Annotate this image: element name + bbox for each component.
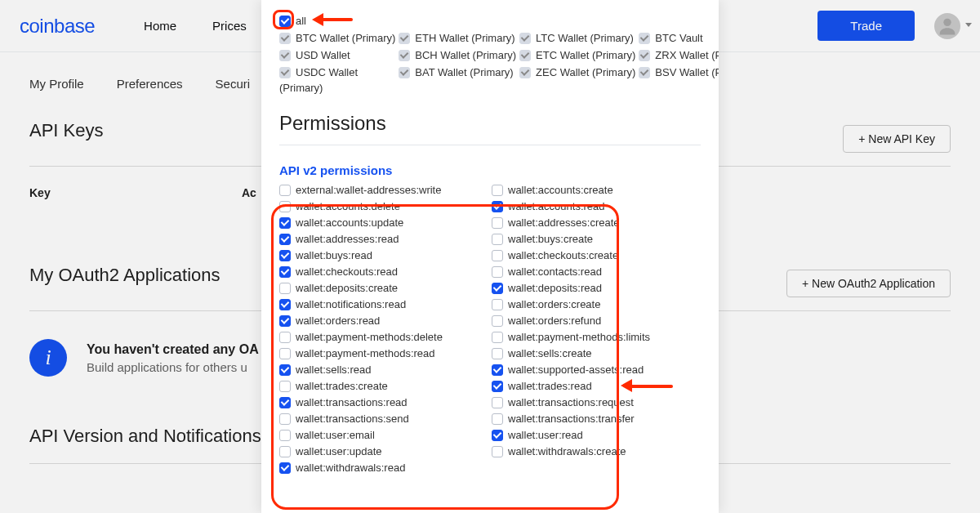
wallet-item[interactable]: BTC Vault	[639, 32, 719, 44]
permission-checkbox[interactable]	[279, 364, 291, 376]
wallet-checkbox[interactable]	[519, 33, 531, 44]
permission-checkbox[interactable]	[492, 283, 503, 294]
logo[interactable]: coinbase	[20, 15, 95, 38]
permission-item[interactable]: wallet:checkouts:read	[279, 265, 488, 278]
wallet-checkbox[interactable]	[279, 33, 291, 44]
permission-checkbox[interactable]	[279, 332, 291, 343]
permission-item[interactable]: wallet:deposits:read	[492, 282, 701, 294]
wallet-item[interactable]: ZEC Wallet (Primary)	[519, 66, 635, 78]
wallet-item[interactable]: BSV Wallet (Primary)	[639, 66, 719, 78]
permission-checkbox[interactable]	[279, 462, 291, 474]
permission-item[interactable]: wallet:payment-methods:limits	[492, 331, 701, 343]
permission-item[interactable]: wallet:buys:read	[279, 249, 488, 261]
permission-item[interactable]: wallet:accounts:read	[492, 200, 701, 212]
permission-item[interactable]: wallet:trades:create	[279, 380, 488, 392]
permission-item[interactable]: wallet:contacts:read	[492, 265, 701, 278]
permission-item[interactable]: wallet:sells:read	[279, 364, 488, 376]
wallet-item[interactable]: ETC Wallet (Primary)	[519, 49, 635, 61]
permission-item[interactable]: wallet:transactions:send	[279, 413, 488, 425]
permission-checkbox[interactable]	[492, 315, 503, 327]
permission-item[interactable]: wallet:transactions:request	[492, 396, 701, 408]
wallet-checkbox[interactable]	[639, 50, 650, 61]
subnav-security[interactable]: Securi	[216, 77, 251, 91]
permission-checkbox[interactable]	[492, 234, 503, 245]
permission-checkbox[interactable]	[492, 348, 503, 359]
permission-checkbox[interactable]	[279, 446, 291, 457]
permission-checkbox[interactable]	[492, 201, 503, 212]
permission-checkbox[interactable]	[279, 185, 291, 196]
permission-checkbox[interactable]	[279, 250, 291, 261]
wallet-item[interactable]: USD Wallet	[279, 49, 395, 61]
permission-item[interactable]: wallet:withdrawals:read	[279, 462, 488, 474]
permission-checkbox[interactable]	[492, 413, 503, 425]
wallet-item[interactable]: LTC Wallet (Primary)	[519, 32, 635, 44]
permission-checkbox[interactable]	[279, 266, 291, 278]
permission-checkbox[interactable]	[492, 381, 503, 392]
permission-item[interactable]: wallet:transactions:read	[279, 396, 488, 408]
permission-item[interactable]: wallet:trades:read	[492, 380, 701, 392]
permission-item[interactable]: wallet:payment-methods:delete	[279, 331, 488, 343]
avatar-menu[interactable]	[934, 13, 960, 39]
permission-item[interactable]: external:wallet-addresses:write	[279, 184, 488, 196]
permission-item[interactable]: wallet:checkouts:create	[492, 249, 701, 261]
permission-checkbox[interactable]	[279, 234, 291, 245]
subnav-preferences[interactable]: Preferences	[117, 77, 183, 91]
wallet-checkbox[interactable]	[399, 50, 410, 61]
permission-item[interactable]: wallet:orders:refund	[492, 314, 701, 327]
permission-item[interactable]: wallet:buys:create	[492, 233, 701, 245]
permission-item[interactable]: wallet:withdrawals:create	[492, 445, 701, 457]
permission-item[interactable]: wallet:payment-methods:read	[279, 347, 488, 359]
permission-checkbox[interactable]	[279, 315, 291, 327]
permission-item[interactable]: wallet:notifications:read	[279, 298, 488, 310]
permission-checkbox[interactable]	[492, 217, 503, 229]
wallet-item[interactable]: BTC Wallet (Primary)	[279, 32, 395, 44]
wallet-checkbox[interactable]	[279, 50, 291, 61]
permission-item[interactable]: wallet:deposits:create	[279, 282, 488, 294]
nav-home[interactable]: Home	[144, 19, 176, 33]
permission-item[interactable]: wallet:accounts:delete	[279, 200, 488, 212]
wallet-item[interactable]: ZRX Wallet (Primary)	[639, 49, 719, 61]
permission-checkbox[interactable]	[492, 446, 503, 457]
permission-checkbox[interactable]	[279, 413, 291, 425]
wallet-checkbox[interactable]	[279, 67, 291, 78]
permission-item[interactable]: wallet:accounts:update	[279, 216, 488, 229]
permission-checkbox[interactable]	[492, 250, 503, 261]
permission-item[interactable]: wallet:supported-assets:read	[492, 364, 701, 376]
wallet-item[interactable]: BCH Wallet (Primary)	[399, 49, 516, 61]
permission-checkbox[interactable]	[492, 364, 503, 376]
permission-checkbox[interactable]	[279, 217, 291, 229]
permission-item[interactable]: wallet:addresses:read	[279, 233, 488, 245]
wallet-checkbox[interactable]	[519, 67, 531, 78]
permission-checkbox[interactable]	[492, 266, 503, 278]
wallet-checkbox[interactable]	[399, 67, 410, 78]
permission-checkbox[interactable]	[279, 348, 291, 359]
permission-item[interactable]: wallet:transactions:transfer	[492, 413, 701, 425]
wallet-item[interactable]: BAT Wallet (Primary)	[399, 66, 516, 78]
permission-checkbox[interactable]	[492, 397, 503, 408]
trade-button[interactable]: Trade	[817, 11, 915, 41]
permission-checkbox[interactable]	[279, 381, 291, 392]
permission-item[interactable]: wallet:accounts:create	[492, 184, 701, 196]
permission-item[interactable]: wallet:orders:create	[492, 298, 701, 310]
permission-checkbox[interactable]	[279, 299, 291, 310]
permission-item[interactable]: wallet:sells:create	[492, 347, 701, 359]
subnav-profile[interactable]: My Profile	[29, 77, 84, 91]
permission-checkbox[interactable]	[279, 397, 291, 408]
nav-prices[interactable]: Prices	[212, 19, 247, 33]
new-oauth-button[interactable]: + New OAuth2 Application	[786, 270, 951, 297]
wallet-checkbox[interactable]	[639, 67, 650, 78]
permission-checkbox[interactable]	[492, 299, 503, 310]
permission-checkbox[interactable]	[492, 430, 503, 441]
permission-item[interactable]: wallet:addresses:create	[492, 216, 701, 229]
permission-checkbox[interactable]	[279, 430, 291, 441]
permission-checkbox[interactable]	[492, 332, 503, 343]
wallet-item[interactable]: ETH Wallet (Primary)	[399, 32, 516, 44]
permission-checkbox[interactable]	[492, 185, 503, 196]
all-checkbox[interactable]	[279, 16, 291, 27]
permission-item[interactable]: wallet:user:update	[279, 445, 488, 457]
wallet-item[interactable]: USDC Wallet	[279, 66, 395, 78]
permission-item[interactable]: wallet:user:read	[492, 429, 701, 441]
permission-item[interactable]: wallet:orders:read	[279, 314, 488, 327]
wallet-checkbox[interactable]	[399, 33, 410, 44]
wallet-checkbox[interactable]	[639, 33, 650, 44]
